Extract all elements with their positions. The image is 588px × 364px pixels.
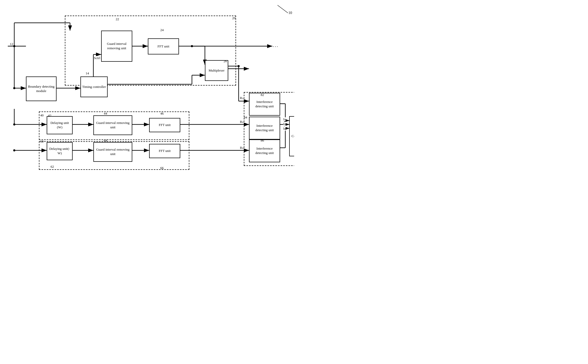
svg-point-44 bbox=[13, 149, 15, 151]
delaying-nw-box: Delaying unit(-W) bbox=[47, 142, 73, 160]
ref-84: 84 bbox=[244, 115, 247, 120]
boundary-detecting-label: Boundary detecting module bbox=[27, 85, 55, 93]
svg-point-43 bbox=[13, 123, 15, 125]
fft-top-label: FFT unit bbox=[157, 44, 169, 49]
fft-mid-label: FFT unit bbox=[159, 123, 171, 127]
ref-82: 82 bbox=[261, 93, 264, 97]
svg-point-42 bbox=[13, 87, 15, 89]
i2-label: I₂ bbox=[283, 122, 286, 126]
ref-10-arrow: 10 bbox=[272, 3, 293, 16]
fft-bot-label: FFT unit bbox=[159, 149, 171, 153]
ref-26: 26 bbox=[224, 59, 227, 63]
guard-removing-mid-box: Guard interval removing unit bbox=[93, 115, 132, 135]
guard-removing-bot-label: Guard interval removing unit bbox=[95, 148, 131, 156]
boundary-detecting-box: Boundary detecting module bbox=[26, 76, 57, 101]
diagram: Boundary detecting module Timing control… bbox=[0, 0, 294, 182]
ref-64: 64 bbox=[104, 138, 107, 143]
ref-60: 60 bbox=[40, 139, 44, 144]
svg-text:10: 10 bbox=[288, 11, 292, 15]
timing-controller-box: Timing controller bbox=[80, 76, 108, 97]
ref-20: 20 bbox=[232, 16, 236, 20]
ref-42: 42 bbox=[48, 114, 51, 118]
output-dots: ··· bbox=[273, 44, 279, 50]
svg-point-45 bbox=[238, 65, 240, 67]
guard-removing-mid-label: Guard interval removing unit bbox=[95, 121, 131, 130]
ref-44: 44 bbox=[104, 111, 107, 116]
interference-top-label: Interference detecting unit bbox=[251, 100, 279, 109]
guard-removing-top-box: Guard interval removing unit bbox=[101, 31, 132, 62]
i3-label: I₃ bbox=[283, 127, 286, 131]
r1-label: R₁ bbox=[240, 96, 244, 100]
comparing-label: Comparing unit bbox=[292, 134, 294, 138]
ref-40: 40 bbox=[40, 113, 44, 117]
svg-point-41 bbox=[13, 45, 15, 47]
ref-12: 12 bbox=[10, 42, 13, 46]
r3-label: R₃ bbox=[240, 146, 244, 150]
ref-22: 22 bbox=[116, 17, 119, 21]
interference-bot-label: Interference detecting unit bbox=[251, 146, 279, 155]
interference-mid-label: Interference detecting unit bbox=[251, 124, 279, 132]
timing-controller-label: Timing controller bbox=[82, 85, 106, 89]
i1-label: I₁ bbox=[283, 117, 286, 121]
guard-removing-bot-box: Guard interval removing unit bbox=[93, 142, 132, 162]
interference-top-box: Interference detecting unit bbox=[249, 93, 280, 116]
ref-66: 66 bbox=[160, 166, 164, 170]
r2-label: R₂ bbox=[240, 120, 244, 124]
ref-14: 14 bbox=[86, 71, 89, 75]
svg-line-46 bbox=[278, 5, 288, 13]
comparing-box: Comparing unit bbox=[289, 116, 294, 156]
fft-bot-box: FFT unit bbox=[149, 144, 180, 158]
delaying-w-label: Delaying unit (W) bbox=[48, 121, 71, 130]
delaying-nw-label: Delaying unit(-W) bbox=[48, 147, 71, 156]
multiplexer-box: Multiplexer bbox=[205, 60, 228, 81]
sctrl-label: Sctrl bbox=[94, 56, 100, 60]
ref-24: 24 bbox=[160, 28, 164, 32]
guard-removing-top-label: Guard interval removing unit bbox=[103, 42, 131, 51]
ref-62: 62 bbox=[51, 165, 54, 169]
interference-bot-box: Interference detecting unit bbox=[249, 139, 280, 162]
interference-mid-box: Interference detecting unit bbox=[249, 117, 280, 139]
multiplexer-label: Multiplexer bbox=[209, 68, 224, 73]
delaying-w-box: Delaying unit (W) bbox=[47, 116, 73, 134]
ref-46: 46 bbox=[160, 111, 164, 116]
ref-86: 86 bbox=[261, 138, 264, 143]
fft-mid-box: FFT unit bbox=[149, 118, 180, 132]
fft-top-box: FFT unit bbox=[148, 38, 179, 54]
